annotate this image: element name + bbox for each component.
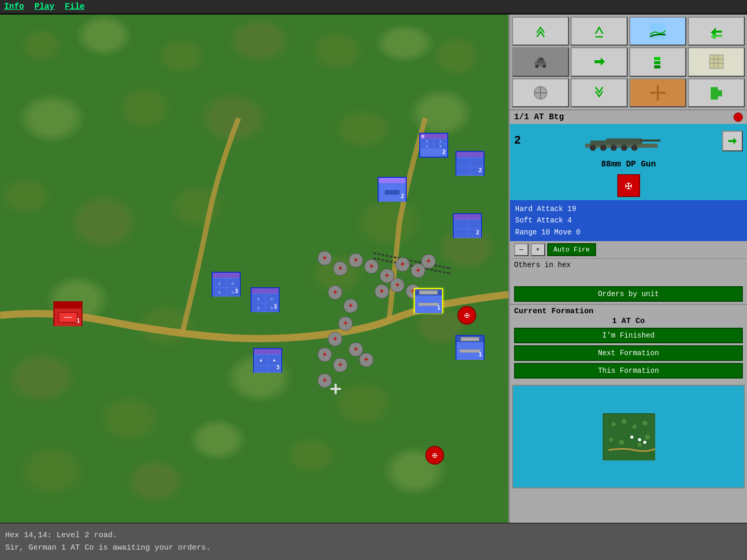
- svg-point-26: [621, 145, 627, 151]
- im-finished-button[interactable]: I'm Finished: [514, 328, 743, 343]
- unit-blue-2[interactable]: 2: [455, 151, 485, 176]
- unit-vehicle-image: [526, 128, 717, 154]
- formation-section: Current Formation 1 AT Co I'm Finished N…: [510, 304, 747, 383]
- menu-play[interactable]: Play: [34, 2, 54, 11]
- toolbar-btn-up-arrows[interactable]: [512, 17, 569, 46]
- right-panel: 1/1 AT Btg 2: [508, 15, 747, 523]
- unit-flag-area: ✠: [510, 171, 747, 200]
- minimap-viewport: [603, 413, 655, 460]
- others-in-hex-label: Others in hex: [514, 261, 743, 269]
- next-formation-button[interactable]: Next Formation: [514, 345, 743, 361]
- svg-point-39: [643, 441, 646, 444]
- svg-point-30: [621, 419, 627, 424]
- stat-range-move: Range 10 Move 0: [515, 227, 742, 238]
- toolbar-btn-green-arrows-1[interactable]: [688, 17, 745, 46]
- svg-point-33: [609, 438, 613, 442]
- unit-title: 1/1 AT Btg: [514, 113, 564, 122]
- svg-point-25: [611, 145, 617, 151]
- svg-point-38: [638, 438, 641, 441]
- orders-by-unit-button[interactable]: Orders by unit: [514, 286, 743, 302]
- toolbar-btn-up-arrow[interactable]: [571, 17, 628, 46]
- others-in-hex: Others in hex: [510, 258, 747, 284]
- mine-marker: [421, 254, 436, 269]
- unit-blue-5[interactable]: △ △ △ △ 3: [212, 272, 241, 297]
- toolbar-btn-circle-target[interactable]: [512, 78, 569, 107]
- toolbar-btn-grid-pattern[interactable]: [688, 47, 745, 76]
- mine-marker: [333, 261, 348, 276]
- mine-marker: [349, 253, 363, 268]
- unit-blue-1[interactable]: ✕ ✕ ✕ ✕ 2: [419, 133, 448, 158]
- fire-plus-button[interactable]: +: [531, 243, 545, 256]
- toolbar-btn-green-arrows-2[interactable]: [629, 47, 686, 76]
- enemy-marker-2: ✠: [425, 446, 444, 465]
- unit-blue-4[interactable]: 2: [453, 213, 482, 238]
- unit-blue-7[interactable]: ▲ ▲ 3: [253, 348, 282, 373]
- svg-rect-2: [650, 23, 666, 39]
- unit-info-panel: 1/1 AT Btg 2: [510, 110, 747, 491]
- unit-action-icon[interactable]: [722, 131, 743, 151]
- statusbar: Hex 14,14: Level 2 road. Sir, German 1 A…: [0, 523, 747, 560]
- toolbar: [510, 15, 747, 110]
- menu-info[interactable]: Info: [4, 2, 24, 11]
- unit-faction-symbol: ✠: [617, 174, 640, 197]
- toolbar-btn-green-arrows-3[interactable]: [688, 78, 745, 107]
- fire-control: — + Auto Fire: [510, 241, 747, 258]
- toolbar-btn-tank[interactable]: [512, 47, 569, 76]
- svg-point-29: [612, 422, 616, 426]
- mine-marker: [359, 353, 374, 367]
- unit-close-button[interactable]: [734, 113, 743, 122]
- unit-stats: Hard Attack 19 Soft Attack 4 Range 10 Mo…: [510, 200, 747, 241]
- enemy-marker-1: ✠: [458, 306, 476, 325]
- formation-name: 1 AT Co: [514, 317, 743, 326]
- unit-blue-8[interactable]: 1: [455, 335, 485, 360]
- svg-rect-22: [640, 139, 660, 142]
- svg-point-24: [600, 145, 606, 151]
- svg-point-32: [642, 421, 647, 426]
- formation-title: Current Formation: [514, 307, 743, 316]
- mine-marker: [343, 299, 358, 313]
- svg-point-7: [543, 65, 546, 68]
- mine-marker: [317, 251, 332, 265]
- mine-marker: [390, 278, 405, 292]
- mine-marker: [317, 373, 332, 388]
- unit-weapon-name: 88mm DP Gun: [510, 158, 747, 171]
- mine-marker: [395, 257, 410, 272]
- svg-point-34: [619, 440, 624, 445]
- menu-file[interactable]: File: [65, 2, 85, 11]
- status-line-1: Hex 14,14: Level 2 road.: [5, 529, 742, 542]
- toolbar-btn-down-arrows[interactable]: [571, 78, 628, 107]
- toolbar-btn-green-arrow-right[interactable]: [571, 47, 628, 76]
- mine-marker: [333, 358, 348, 372]
- svg-point-37: [630, 436, 633, 439]
- unit-title-bar: 1/1 AT Btg: [510, 110, 747, 124]
- game-map[interactable]: ✕ ✕ ✕ ✕ 2 2: [0, 15, 508, 523]
- stat-soft-attack: Soft Attack 4: [515, 215, 742, 226]
- svg-rect-21: [606, 138, 642, 145]
- auto-fire-button[interactable]: Auto Fire: [547, 243, 596, 256]
- main-area: ✕ ✕ ✕ ✕ 2 2: [0, 15, 747, 523]
- toolbar-btn-landscape[interactable]: [629, 17, 686, 46]
- unit-red-1[interactable]: ═══ 1: [53, 301, 82, 326]
- menubar: Info Play File: [0, 0, 747, 15]
- svg-point-27: [631, 145, 638, 151]
- svg-rect-8: [710, 55, 723, 68]
- svg-point-6: [535, 65, 538, 68]
- fire-minus-button[interactable]: —: [514, 243, 529, 256]
- svg-point-23: [590, 145, 596, 151]
- mine-marker: [328, 332, 342, 346]
- unit-blue-selected[interactable]: 1: [414, 288, 443, 313]
- mine-marker: [328, 285, 342, 300]
- svg-point-36: [645, 435, 650, 440]
- status-line-2: Sir, German 1 AT Co is awaiting your ord…: [5, 542, 742, 554]
- unit-image-area: 2: [510, 124, 747, 158]
- app: Info Play File: [0, 0, 747, 560]
- this-formation-button[interactable]: This Formation: [514, 363, 743, 379]
- unit-count: 2: [514, 134, 521, 147]
- svg-rect-5: [539, 58, 543, 60]
- toolbar-btn-road-pattern[interactable]: [629, 78, 686, 107]
- minimap[interactable]: [512, 385, 745, 488]
- unit-blue-6[interactable]: △ △ △ △ 3: [251, 287, 280, 312]
- mine-marker: [317, 347, 332, 362]
- unit-blue-3[interactable]: 2: [378, 177, 407, 202]
- stat-hard-attack: Hard Attack 19: [515, 203, 742, 215]
